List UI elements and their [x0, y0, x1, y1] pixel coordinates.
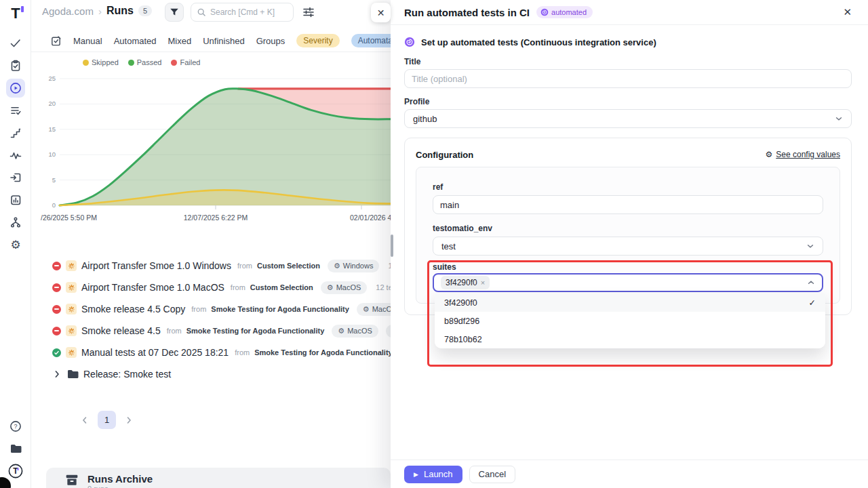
run-tests-count: 12 tests: [376, 283, 391, 291]
run-row[interactable]: Airport Transfer Smoe 1.0 MacOSfromCusto…: [31, 277, 391, 298]
suites-option[interactable]: 78b10b62: [435, 330, 825, 348]
title-input[interactable]: [404, 69, 852, 88]
profile-select[interactable]: github: [404, 109, 852, 128]
bulk-select-icon[interactable]: [50, 35, 62, 47]
sidebar-item-branch[interactable]: [6, 213, 25, 232]
sidebar-item-check[interactable]: [6, 34, 25, 53]
filter-button[interactable]: [165, 3, 184, 22]
breadcrumb-project[interactable]: Agoda.com: [42, 5, 94, 17]
runs-archive-section[interactable]: Runs Archive 0 runs: [46, 468, 391, 488]
sidebar-item-report[interactable]: [6, 190, 25, 209]
tab-groups[interactable]: Groups: [256, 36, 285, 46]
archive-icon: [65, 473, 79, 487]
env-badge: ⚙MacOS: [321, 281, 368, 294]
run-from-label: from: [167, 327, 182, 335]
breadcrumb-separator: ›: [98, 5, 102, 17]
sidebar-item-steps[interactable]: [6, 123, 25, 142]
tab-automated[interactable]: Automated: [114, 36, 157, 46]
modal-footer: ▶ Launch Cancel: [391, 460, 868, 488]
run-row[interactable]: Airport Transfer Smoe 1.0 WindowsfromCus…: [31, 255, 391, 277]
svg-text:/26/2025 5:50 PM: /26/2025 5:50 PM: [41, 214, 97, 222]
run-source: Smoke Testing for Agoda Functionality: [254, 348, 391, 357]
run-row[interactable]: Smoke release 4.5fromSmoke Testing for A…: [31, 320, 391, 342]
profile-field-label: Profile: [404, 97, 852, 107]
chevron-up-icon: [807, 279, 815, 287]
clipboard-check-icon: [9, 60, 22, 72]
swirl-icon: [540, 8, 549, 16]
run-title[interactable]: Smoke release 4.5: [81, 325, 161, 336]
env-badge: ⚙MacOS: [332, 325, 378, 338]
modal-close-icon[interactable]: ✕: [843, 6, 852, 18]
automated-run-icon: [66, 260, 77, 271]
help-circle-icon: ?: [9, 420, 22, 432]
list-check-icon: [9, 104, 22, 117]
legend-failed: Failed: [171, 58, 200, 66]
svg-text:10: 10: [48, 150, 56, 158]
run-row[interactable]: Smoke release 4.5 CopyfromSmoke Testing …: [31, 298, 391, 320]
suites-option[interactable]: 3f4290f0✓: [435, 293, 825, 312]
sidebar-item-play-circle[interactable]: [6, 79, 25, 98]
page-number[interactable]: 1: [98, 411, 116, 429]
report-icon: [9, 194, 22, 206]
funnel-icon: [169, 7, 180, 18]
next-page-icon[interactable]: [124, 415, 134, 425]
prev-page-icon[interactable]: [80, 415, 90, 425]
testomatio-logo-icon[interactable]: T: [11, 5, 20, 22]
configuration-title: Configuration: [416, 150, 473, 160]
sidebar-item-list-check[interactable]: [6, 101, 25, 120]
tab-mixed[interactable]: Mixed: [168, 36, 192, 46]
sidebar-item-help-circle[interactable]: ?: [6, 417, 25, 436]
panel-close-button[interactable]: ✕: [371, 3, 391, 22]
see-config-values-link[interactable]: ⚙ See config values: [766, 150, 841, 159]
runs-list: Airport Transfer Smoe 1.0 WindowsfromCus…: [31, 255, 391, 385]
play-icon: ▶: [414, 471, 418, 478]
run-from-label: from: [235, 348, 250, 357]
scrollbar-thumb[interactable]: [391, 235, 393, 257]
chevron-down-icon: [806, 242, 814, 250]
ref-input[interactable]: [433, 195, 823, 214]
sidebar-item-activity[interactable]: [6, 146, 25, 165]
config-fields-card: ref testomatio_env test suites 3f4290f0 …: [416, 167, 840, 304]
ci-swirl-icon: [404, 37, 415, 47]
sidebar-item-folder[interactable]: [6, 439, 25, 458]
runs-trend-chart: 0510152025/26/2025 5:50 PM12/07/2025 6:2…: [41, 70, 391, 228]
archive-subtitle: 0 runs: [87, 485, 153, 488]
app-window: T ⚙ ?T Agoda.com › Runs 5: [0, 0, 868, 488]
gear-icon: ⚙: [327, 283, 334, 292]
failed-status-icon: [52, 305, 61, 314]
suites-option[interactable]: b89df296: [435, 312, 825, 330]
tab-automatable[interactable]: Automatable: [351, 34, 391, 47]
search-box[interactable]: [191, 3, 294, 22]
gear-icon: ⚙: [338, 327, 344, 336]
run-title[interactable]: Airport Transfer Smoe 1.0 Windows: [81, 260, 231, 271]
gear-icon: ⚙: [363, 305, 370, 314]
sliders-icon[interactable]: [302, 6, 315, 18]
title-field-label: Title: [404, 57, 852, 67]
tab-unfinished[interactable]: Unfinished: [203, 36, 244, 46]
svg-text:?: ?: [14, 423, 17, 430]
modal-title: Run automated tests in CI: [404, 7, 530, 18]
env-select[interactable]: test: [433, 237, 823, 256]
search-input[interactable]: [210, 7, 285, 17]
search-icon: [197, 7, 206, 17]
sidebar-item-gear[interactable]: ⚙: [6, 235, 25, 254]
folder-icon: [9, 443, 22, 455]
folder-row[interactable]: Release: Smoke test: [31, 363, 391, 385]
chevron-right-icon[interactable]: [52, 369, 62, 379]
failed-status-icon: [52, 262, 61, 270]
remove-tag-icon[interactable]: ×: [481, 279, 485, 287]
suites-multiselect[interactable]: 3f4290f0 ×: [433, 273, 823, 292]
run-title[interactable]: Manual tests at 07 Dec 2025 18:21: [81, 347, 229, 358]
tab-severity[interactable]: Severity: [296, 34, 339, 47]
launch-button[interactable]: ▶ Launch: [404, 466, 462, 483]
sidebar-item-avatar-t[interactable]: T: [6, 462, 25, 481]
cancel-button[interactable]: Cancel: [469, 466, 515, 483]
run-title[interactable]: Smoke release 4.5 Copy: [81, 304, 185, 314]
play-circle-icon: [9, 82, 22, 94]
run-row[interactable]: Manual tests at 07 Dec 2025 18:21fromSmo…: [31, 342, 391, 363]
run-title[interactable]: Airport Transfer Smoe 1.0 MacOS: [81, 282, 224, 293]
sidebar-item-clipboard-check[interactable]: [6, 56, 25, 75]
legend-dot: [128, 60, 134, 66]
tab-manual[interactable]: Manual: [73, 36, 102, 46]
sidebar-item-import[interactable]: [6, 168, 25, 187]
